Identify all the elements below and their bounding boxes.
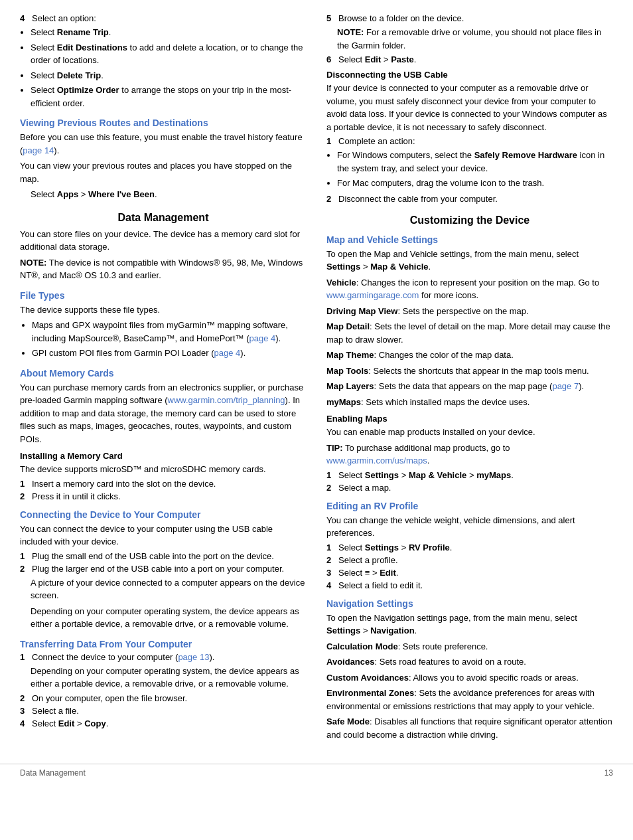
viewing-heading: Viewing Previous Routes and Destinations xyxy=(20,118,307,128)
list-item: Select Rename Trip. xyxy=(31,26,307,39)
list-item: GPI custom POI files from Garmin POI Loa… xyxy=(32,347,307,360)
disconnecting-step1: 1 Complete an action: xyxy=(326,136,613,146)
transferring-step1: 1 Connect the device to your computer (p… xyxy=(20,652,307,662)
disconnecting-section: Disconnecting the USB Cable If your devi… xyxy=(326,70,613,204)
transferring-step2: 2 On your computer, open the file browse… xyxy=(20,693,307,703)
list-item: For Windows computers, select the Safely… xyxy=(337,149,613,175)
garmin-maps-link[interactable]: www.garmin.com/us/maps xyxy=(326,456,427,465)
editing-rv-para: You can change the vehicle weight, vehic… xyxy=(326,514,613,540)
mv-vehicle: Vehicle: Changes the icon to represent y… xyxy=(326,276,613,302)
viewing-step: Select Apps > Where I've Been. xyxy=(31,188,307,201)
page13-link[interactable]: page 13 xyxy=(178,652,209,662)
connecting-para: You can connect the device to your compu… xyxy=(20,523,307,548)
rv-step2: 2 Select a profile. xyxy=(326,555,613,565)
garmingarage-link[interactable]: www.garmingarage.com xyxy=(326,290,419,300)
viewing-para1: Before you can use this feature, you mus… xyxy=(20,131,307,157)
connecting-step2: 2 Plug the larger end of the USB cable i… xyxy=(20,564,307,574)
footer-right: 13 xyxy=(604,768,613,778)
disconnecting-heading: Disconnecting the USB Cable xyxy=(326,70,613,80)
nav-environmental-zones: Environmental Zones: Sets the avoidance … xyxy=(326,687,613,713)
list-item: Maps and GPX waypoint files from myGarmi… xyxy=(32,319,307,345)
rv-step4: 4 Select a field to edit it. xyxy=(326,580,613,590)
viewing-para2: You can view your previous routes and pl… xyxy=(20,159,307,185)
left-column: 4 Select an option: Select Rename Trip. … xyxy=(20,13,307,744)
right-step6: 6 Select Edit > Paste. xyxy=(326,54,613,64)
em-step1: 1 Select Settings > Map & Vehicle > myMa… xyxy=(326,470,613,480)
nav-custom-avoidances: Custom Avoidances: Allows you to avoid s… xyxy=(326,671,613,685)
transferring-step1-note: Depending on your computer operating sys… xyxy=(31,665,307,691)
footer: Data Management 13 xyxy=(0,764,633,782)
memory-step1: 1 Insert a memory card into the slot on … xyxy=(20,479,307,489)
file-types-heading: File Types xyxy=(20,290,307,301)
mv-map-layers: Map Layers: Sets the data that appears o… xyxy=(326,380,613,393)
viewing-section: Viewing Previous Routes and Destinations… xyxy=(20,118,307,201)
nav-safe-mode: Safe Mode: Disables all functions that r… xyxy=(326,715,613,741)
transferring-heading: Transferring Data From Your Computer xyxy=(20,639,307,649)
step4-num: 4 xyxy=(20,13,28,23)
nav-calculation-mode: Calculation Mode: Sets route preference. xyxy=(326,640,613,653)
transferring-section: Transferring Data From Your Computer 1 C… xyxy=(20,639,307,728)
page14-link[interactable]: page 14 xyxy=(23,145,54,155)
about-memory-heading: About Memory Cards xyxy=(20,368,307,378)
memory-step2: 2 Press it in until it clicks. xyxy=(20,491,307,501)
connecting-section: Connecting the Device to Your Computer Y… xyxy=(20,509,307,631)
mv-mymaps: myMaps: Sets which installed maps the de… xyxy=(326,396,613,409)
right-step5-note: NOTE: For a removable drive or volume, y… xyxy=(337,26,613,52)
step4-label: Select an option: xyxy=(32,13,96,23)
mv-driving-map-view: Driving Map View: Sets the perspective o… xyxy=(326,305,613,318)
installing-memory-heading: Installing a Memory Card xyxy=(20,451,307,461)
file-types-list: Maps and GPX waypoint files from myGarmi… xyxy=(32,319,307,360)
map-vehicle-para: To open the Map and Vehicle settings, fr… xyxy=(326,248,613,274)
page4-link2[interactable]: page 4 xyxy=(214,348,241,358)
em-step2: 2 Select a map. xyxy=(326,483,613,493)
list-item: Select Delete Trip. xyxy=(31,69,307,82)
connecting-note1: A picture of your device connected to a … xyxy=(31,576,307,602)
navigation-settings-section: Navigation Settings To open the Navigati… xyxy=(326,598,613,742)
data-management-note: NOTE: The device is not compatible with … xyxy=(20,256,307,282)
enabling-maps-para: You can enable map products installed on… xyxy=(326,426,613,439)
footer-left: Data Management xyxy=(20,768,86,778)
rv-step1: 1 Select Settings > RV Profile. xyxy=(326,543,613,552)
step4-options: Select Rename Trip. Select Edit Destinat… xyxy=(31,26,307,110)
map-vehicle-heading: Map and Vehicle Settings xyxy=(326,234,613,245)
data-management-para1: You can store files on your device. The … xyxy=(20,228,307,254)
file-types-section: File Types The device supports these fil… xyxy=(20,290,307,360)
connecting-note2: Depending on your computer operating sys… xyxy=(31,605,307,631)
transferring-step4: 4 Select Edit > Copy. xyxy=(20,718,307,728)
transferring-step3: 3 Select a file. xyxy=(20,706,307,716)
page7-link[interactable]: page 7 xyxy=(552,381,579,391)
navigation-settings-heading: Navigation Settings xyxy=(326,598,613,609)
step4-block: 4 Select an option: Select Rename Trip. … xyxy=(20,13,307,110)
enabling-maps-tip: TIP: To purchase additional map products… xyxy=(326,442,613,467)
page4-link1[interactable]: page 4 xyxy=(249,333,276,343)
disconnecting-para: If your device is connected to your comp… xyxy=(326,82,613,133)
about-memory-para: You can purchase memory cards from an el… xyxy=(20,381,307,446)
mv-map-detail: Map Detail: Sets the level of detail on … xyxy=(326,320,613,346)
enabling-maps-heading: Enabling Maps xyxy=(326,414,613,424)
installing-memory-para: The device supports microSD™ and microSD… xyxy=(20,463,307,476)
editing-rv-section: Editing an RV Profile You can change the… xyxy=(326,501,613,590)
disconnecting-step2: 2 Disconnect the cable from your compute… xyxy=(326,194,613,204)
customizing-heading: Customizing the Device xyxy=(326,214,613,226)
list-item: Select Optimize Order to arrange the sto… xyxy=(31,84,307,110)
map-vehicle-section: Map and Vehicle Settings To open the Map… xyxy=(326,234,613,493)
disconnecting-step1-items: For Windows computers, select the Safely… xyxy=(337,149,613,190)
file-types-para: The device supports these file types. xyxy=(20,303,307,317)
connecting-heading: Connecting the Device to Your Computer xyxy=(20,509,307,520)
connecting-step1: 1 Plug the small end of the USB cable in… xyxy=(20,551,307,561)
garmin-trip-link[interactable]: www.garmin.com/trip_planning xyxy=(168,395,285,405)
mv-map-theme: Map Theme: Changes the color of the map … xyxy=(326,349,613,362)
about-memory-section: About Memory Cards You can purchase memo… xyxy=(20,368,307,501)
mv-map-tools: Map Tools: Selects the shortcuts that ap… xyxy=(326,365,613,378)
right-step5: 5 Browse to a folder on the device. xyxy=(326,13,613,23)
nav-avoidances: Avoidances: Sets road features to avoid … xyxy=(326,655,613,669)
rv-step3: 3 Select ≡ > Edit. xyxy=(326,568,613,578)
editing-rv-heading: Editing an RV Profile xyxy=(326,501,613,511)
list-item: For Mac computers, drag the volume icon … xyxy=(337,177,613,190)
list-item: Select Edit Destinations to add and dele… xyxy=(31,41,307,67)
navigation-settings-para: To open the Navigation settings page, fr… xyxy=(326,612,613,637)
data-management-heading: Data Management xyxy=(20,212,307,224)
right-column: 5 Browse to a folder on the device. NOTE… xyxy=(326,13,613,744)
